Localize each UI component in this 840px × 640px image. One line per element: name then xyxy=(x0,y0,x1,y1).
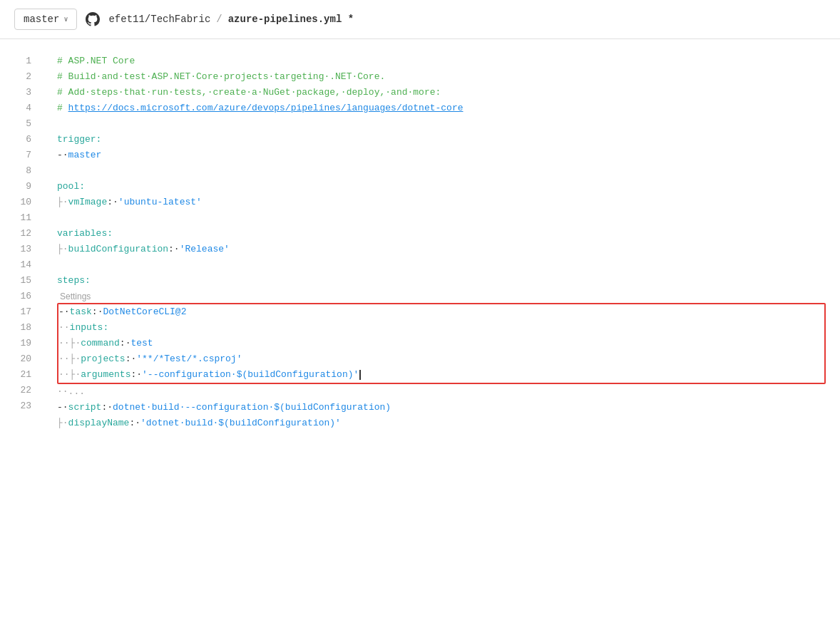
code-line-12: variables: xyxy=(57,226,826,242)
code-line-7: -·master xyxy=(57,148,826,163)
code-line-13: ├·buildConfiguration:·'Release' xyxy=(57,242,826,257)
line-num-17: 17 xyxy=(11,304,31,320)
code-link-4[interactable]: https://docs.microsoft.com/azure/devops/… xyxy=(68,100,463,116)
line-num-18: 18 xyxy=(11,320,31,336)
line-num-13: 13 xyxy=(11,242,31,257)
line-num-23: 23 xyxy=(11,398,31,414)
code-indent-10: ├· xyxy=(57,195,68,210)
code-line-14 xyxy=(57,257,826,273)
code-indent-13: ├· xyxy=(57,242,68,257)
line-num-14: 14 xyxy=(11,257,31,273)
code-text-4a: # xyxy=(57,100,68,116)
code-line-22: -·script:·dotnet·build·--configuration·$… xyxy=(57,400,826,416)
code-indent-20: ··├· xyxy=(58,367,81,383)
code-dash-22: -· xyxy=(57,400,68,416)
code-key-20: arguments xyxy=(81,367,130,383)
code-dash-16: -· xyxy=(58,304,70,320)
code-val-19: '**/*Test/*.csproj' xyxy=(136,351,242,367)
code-colon-18: :· xyxy=(120,336,131,351)
code-key-18: command xyxy=(81,336,120,351)
code-line-3: # Add·steps·that·run·tests,·create·a·NuG… xyxy=(57,85,826,100)
code-line-17: ··inputs: xyxy=(58,320,824,336)
code-val-16: DotNetCoreCLI@2 xyxy=(103,304,186,320)
code-line-18: ··├·command:·test xyxy=(58,336,824,351)
line-num-12: 12 xyxy=(11,226,31,242)
code-line-23: ├·displayName:·'dotnet·build·$(buildConf… xyxy=(57,416,826,431)
line-num-8: 8 xyxy=(11,163,31,179)
code-text-2: # Build·and·test·ASP.NET·Core·projects·t… xyxy=(57,69,385,85)
top-bar: master ∨ efet11/TechFabric / azure-pipel… xyxy=(0,0,840,39)
highlighted-block: -·task:·DotNetCoreCLI@2 ··inputs: ··├·co… xyxy=(57,303,826,384)
code-line-20: ··├·arguments:·'--configuration·$(buildC… xyxy=(58,367,824,383)
line-numbers: 1 2 3 4 5 6 7 8 9 10 11 12 13 14 15 16 1… xyxy=(0,53,43,431)
code-key-10: vmImage xyxy=(68,195,108,210)
line-num-20: 20 xyxy=(11,351,31,367)
branch-selector[interactable]: master ∨ xyxy=(14,9,77,30)
text-cursor xyxy=(359,370,361,380)
line-num-7: 7 xyxy=(11,148,31,163)
code-colon-10: :· xyxy=(107,195,118,210)
repo-name: efet11/TechFabric xyxy=(108,14,210,25)
code-line-6: trigger: xyxy=(57,132,826,148)
code-line-16: -·task:·DotNetCoreCLI@2 xyxy=(58,304,824,320)
code-text-3: # Add·steps·that·run·tests,·create·a·NuG… xyxy=(57,85,441,100)
code-line-2: # Build·and·test·ASP.NET·Core·projects·t… xyxy=(57,69,826,85)
code-line-11 xyxy=(57,210,826,226)
code-key-16: task xyxy=(70,304,92,320)
code-key-19: projects xyxy=(81,351,125,367)
code-text-7a: -· xyxy=(57,148,68,163)
line-num-5: 5 xyxy=(11,116,31,132)
code-area[interactable]: # ASP.NET Core # Build·and·test·ASP.NET·… xyxy=(43,53,840,431)
branch-name: master xyxy=(24,14,59,25)
code-line-21: ··... xyxy=(57,384,826,400)
code-text-15: steps: xyxy=(57,273,91,289)
line-num-4: 4 xyxy=(11,100,31,116)
line-num-22: 22 xyxy=(11,383,31,398)
code-key-17: inputs: xyxy=(70,320,109,336)
code-indent-17: ·· xyxy=(58,320,70,336)
line-num-2: 2 xyxy=(11,69,31,85)
path-separator: / xyxy=(216,14,222,25)
code-line-9: pool: xyxy=(57,179,826,195)
code-val-13: 'Release' xyxy=(180,242,230,257)
code-text-6: trigger: xyxy=(57,132,101,148)
code-key-23: displayName xyxy=(68,416,130,431)
code-colon-16: :· xyxy=(92,304,103,320)
code-val-18: test xyxy=(130,336,153,351)
settings-label: Settings xyxy=(57,290,826,303)
code-line-1: # ASP.NET Core xyxy=(57,53,826,69)
code-indent-19: ··├· xyxy=(58,351,81,367)
line-num-3: 3 xyxy=(11,85,31,100)
line-num-15: 15 xyxy=(11,273,31,289)
code-indent-23: ├· xyxy=(57,416,68,431)
code-line-15: steps: xyxy=(57,273,826,289)
code-key-22: script xyxy=(68,400,102,416)
chevron-down-icon: ∨ xyxy=(63,15,68,24)
code-val-10: 'ubuntu-latest' xyxy=(118,195,202,210)
code-val-22: dotnet·build·--configuration·$(buildConf… xyxy=(113,400,391,416)
line-num-21: 21 xyxy=(11,367,31,383)
code-colon-19: :· xyxy=(126,351,137,367)
file-path: efet11/TechFabric / azure-pipelines.yml … xyxy=(108,14,354,25)
code-line-10: ├·vmImage:·'ubuntu-latest' xyxy=(57,195,826,210)
line-num-10: 10 xyxy=(11,195,31,210)
code-colon-23: :· xyxy=(129,416,140,431)
line-num-1: 1 xyxy=(11,53,31,69)
code-key-13: buildConfiguration xyxy=(68,242,168,257)
code-colon-20: :· xyxy=(130,367,142,383)
code-line-5 xyxy=(57,116,826,132)
code-text-7b: master xyxy=(68,148,102,163)
line-num-16: 16 xyxy=(11,289,31,304)
github-icon xyxy=(86,12,100,26)
code-text-9: pool: xyxy=(57,179,85,195)
line-num-9: 9 xyxy=(11,179,31,195)
code-line-8 xyxy=(57,163,826,179)
line-num-11: 11 xyxy=(11,210,31,226)
code-line-4: # https://docs.microsoft.com/azure/devop… xyxy=(57,100,826,116)
code-val-23: 'dotnet·build·$(buildConfiguration)' xyxy=(140,416,341,431)
line-num-19: 19 xyxy=(11,336,31,351)
line-num-6: 6 xyxy=(11,132,31,148)
code-text-12: variables: xyxy=(57,226,113,242)
code-text-1: # ASP.NET Core xyxy=(57,53,135,69)
code-val-20: '--configuration·$(buildConfiguration)' xyxy=(142,367,359,383)
